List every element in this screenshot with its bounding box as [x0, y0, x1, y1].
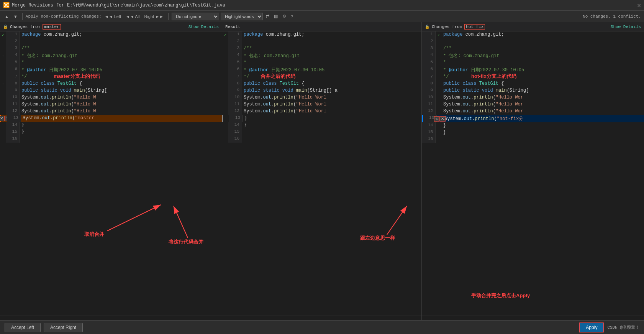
settings-button[interactable]: ⚙ [281, 13, 288, 20]
table-row: ⊡ 4 * 包名: com.zhang.git [0, 52, 222, 59]
right-gutter-7 [436, 74, 442, 81]
line-num: 11 [228, 101, 242, 108]
right-changes-label: Changes from [432, 25, 462, 29]
line-content: * 包名: com.zhang.git [442, 52, 644, 59]
right-gutter-13: « ✕ [437, 115, 443, 122]
table-row: 9 public static void main(String[] a [222, 87, 421, 94]
table-row: 6 * @author 日期2022-07-30 10:05 [0, 66, 222, 74]
swap-panels-button[interactable]: ⇄ [264, 13, 271, 20]
left-branch-name: master [43, 24, 61, 30]
left-changes-label: Changes from [10, 25, 40, 29]
highlight-dropdown[interactable]: Highlight words Highlight lines [221, 13, 263, 20]
left-show-details-button[interactable]: Show Details [188, 25, 219, 29]
bottom-right: Apply CSDN @老顽童！ [579, 322, 639, 332]
line-content: * [242, 59, 421, 66]
result-label: Result [225, 25, 241, 29]
table-row: 16 [222, 136, 421, 143]
right-gutter-8 [436, 81, 442, 87]
accept-right-button[interactable]: Accept Right [44, 323, 83, 332]
right-code-content[interactable]: 1 ✓ package com.zhang.git; 2 3 /** 4 * 包… [422, 31, 644, 316]
right-gutter-4 [436, 52, 442, 59]
line-content: System.out.println("Hello Worl [242, 108, 421, 115]
center-code-panel: ✓ 1 package com.zhang.git; 2 3 /** 4 * 包… [222, 31, 422, 320]
accept-left-button[interactable]: Accept Left [5, 323, 41, 332]
line-num: 15 [6, 129, 20, 136]
apply-button[interactable]: Apply [579, 322, 604, 332]
left-lock-icon: 🔒 [3, 25, 8, 29]
next-change-button[interactable]: ▼ [12, 13, 19, 20]
table-row: 10 System.out.println("Hello Worl [222, 94, 421, 101]
line-content: * @author 日期2022-07-30 10:05 [242, 66, 421, 74]
table-row: 2 [222, 38, 421, 45]
ignore-dropdown[interactable]: Do not ignore Ignore whitespace [172, 13, 219, 20]
table-row: ✓ 1 package com.zhang.git; [0, 31, 222, 38]
table-row: 12 System.out.println("Hello Worl [222, 108, 421, 115]
center-scrollbar[interactable] [222, 316, 421, 320]
conflict-cancel-button[interactable]: ✕ [0, 116, 5, 121]
left-gutter-15 [0, 129, 6, 136]
table-row: 1 ✓ package com.zhang.git; [422, 31, 644, 38]
left-code-content[interactable]: ✓ 1 package com.zhang.git; 2 3 /** ⊡ 4 *… [0, 31, 222, 316]
table-row: 13 } [222, 115, 421, 122]
line-num: 10 [422, 94, 436, 101]
right-gutter-15 [436, 129, 442, 136]
line-num: 1 [422, 31, 436, 38]
line-num: 10 [6, 94, 20, 101]
table-row: ✓ 1 package com.zhang.git; [222, 31, 421, 38]
line-content: } [20, 129, 222, 136]
line-content: System.out.println("Hello W [20, 94, 222, 101]
help-button[interactable]: ? [289, 13, 295, 20]
center-gutter-16 [222, 136, 228, 143]
right-scrollbar[interactable] [422, 316, 644, 320]
line-num: 12 [228, 108, 242, 115]
right-show-details-button[interactable]: Show Details [611, 25, 641, 29]
table-row: 2 [422, 38, 644, 45]
line-num: 2 [228, 38, 242, 45]
table-row: 5 * [0, 59, 222, 66]
line-content: System.out.println("Hello Wor [442, 101, 644, 108]
left-panel-header: 🔒 Changes from master Show Details [0, 22, 222, 31]
line-content: package com.zhang.git; [20, 31, 222, 38]
bottom-bar: Accept Left Accept Right Apply CSDN @老顽童… [0, 320, 644, 334]
left-scrollbar[interactable] [0, 316, 222, 320]
apply-all-button[interactable]: ◄◄ All [124, 13, 141, 20]
table-row: 12 System.out.println("Hello Wor [422, 108, 644, 115]
line-content: } [242, 122, 421, 129]
line-num: 9 [6, 87, 20, 94]
line-content: */ [442, 74, 644, 81]
line-content: * @author 日期2022-07-30 10:05 [442, 66, 644, 74]
apply-left-button[interactable]: ◄◄ Left [103, 13, 123, 20]
line-content: } [442, 122, 644, 129]
line-num: 13 [229, 115, 243, 122]
right-gutter-1: ✓ [436, 31, 442, 38]
center-code-content[interactable]: ✓ 1 package com.zhang.git; 2 3 /** 4 * 包… [222, 31, 421, 316]
right-conflict-left-button[interactable]: « [434, 116, 439, 122]
left-gutter-6 [0, 66, 6, 74]
center-gutter-3 [222, 45, 228, 52]
table-row: 14 } [0, 122, 222, 129]
table-row: 15 } [0, 129, 222, 136]
line-num: 11 [6, 101, 20, 108]
line-num: 4 [422, 52, 436, 59]
table-row: 14 } [422, 122, 644, 129]
title-bar: 🔀 Merge Revisions for E:\代码\wendu\git\sr… [0, 0, 644, 11]
right-gutter-2 [436, 38, 442, 45]
line-num: 4 [6, 52, 20, 59]
right-gutter-12 [436, 108, 442, 115]
table-row: 5 * [422, 59, 644, 66]
line-content [442, 136, 644, 143]
line-content: */ [242, 74, 421, 81]
line-content [242, 38, 421, 45]
apply-right-button[interactable]: Right ►► [143, 13, 165, 20]
line-content: /** [242, 45, 421, 52]
center-gutter-1: ✓ [222, 31, 228, 38]
table-row: 15 [222, 129, 421, 136]
left-gutter-8: ⊡ [0, 81, 6, 87]
line-num: 10 [228, 94, 242, 101]
prev-change-button[interactable]: ▲ [3, 13, 10, 20]
center-gutter-10 [222, 94, 228, 101]
table-row: 10 System.out.println("Hello W [0, 94, 222, 101]
center-gutter-8 [222, 81, 228, 87]
collapse-unchanged-button[interactable]: ▤ [272, 13, 279, 20]
close-button[interactable]: ✕ [637, 2, 641, 9]
